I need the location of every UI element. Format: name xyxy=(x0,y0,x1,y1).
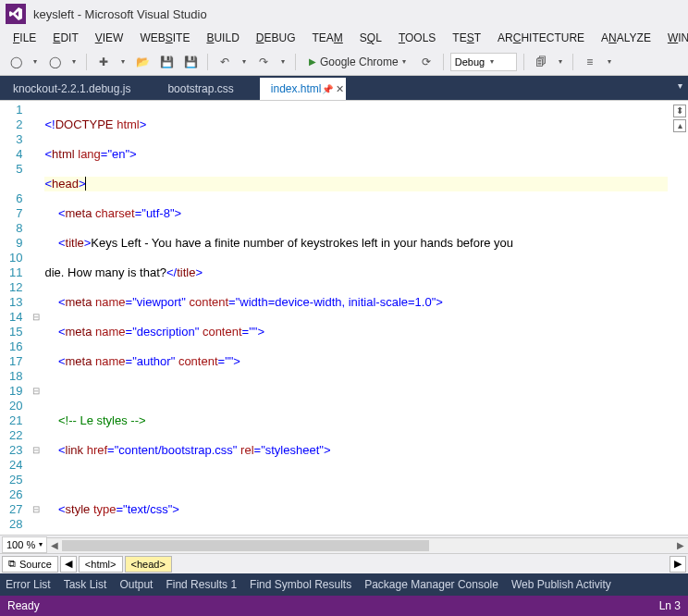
redo-dd[interactable]: ▾ xyxy=(277,57,289,66)
nav-back-dd[interactable]: ▾ xyxy=(30,57,41,66)
tab-web-publish[interactable]: Web Publish Activity xyxy=(511,578,611,591)
menu-debug[interactable]: DEBUG xyxy=(249,30,303,46)
crumb-right-icon[interactable]: ▶ xyxy=(670,556,686,573)
browser-link-button[interactable]: ⟳ xyxy=(416,52,436,72)
comment-button[interactable]: ≡ xyxy=(580,52,600,72)
tab-error-list[interactable]: Error List xyxy=(6,578,51,591)
undo-button[interactable]: ↶ xyxy=(215,52,235,72)
crumb-html[interactable]: <html> xyxy=(79,556,123,573)
menu-sql[interactable]: SQL xyxy=(352,30,389,46)
tab-label: bootstrap.css xyxy=(167,82,233,95)
code-editor[interactable]: 1234567891011121314151617181920212223242… xyxy=(0,101,688,535)
tab-label: index.html xyxy=(271,82,322,95)
zoom-bar: 100 %▾ ◀ ▶ xyxy=(0,535,688,553)
find-in-files-button[interactable]: 🗐 xyxy=(531,52,551,72)
tab-index[interactable]: index.html📌✕ xyxy=(260,78,346,100)
open-file-button[interactable]: 📂 xyxy=(132,52,153,72)
menu-view[interactable]: VIEW xyxy=(88,30,131,46)
source-view-button[interactable]: ⧉Source xyxy=(2,556,58,573)
tab-label: knockout-2.2.1.debug.js xyxy=(13,82,130,95)
tab-bootstrap[interactable]: bootstrap.css xyxy=(156,78,257,100)
tabs-overflow[interactable]: ▾ xyxy=(678,80,682,91)
start-debug-button[interactable]: ▶ Google Chrome ▾ xyxy=(302,52,412,72)
menu-team[interactable]: TEAM xyxy=(304,30,350,46)
zoom-select[interactable]: 100 %▾ xyxy=(2,536,47,553)
nav-fwd-dd[interactable]: ▾ xyxy=(68,57,80,66)
crumb-head[interactable]: <head> xyxy=(125,556,172,573)
chevron-down-icon: ▾ xyxy=(490,57,494,66)
run-target-label: Google Chrome xyxy=(320,55,399,68)
status-ready: Ready xyxy=(7,599,40,612)
pin-icon[interactable]: 📌 xyxy=(322,84,333,94)
crumb-label: <html> xyxy=(85,559,117,570)
config-label: Debug xyxy=(455,56,485,68)
title-bar: keysleft - Microsoft Visual Studio xyxy=(0,0,688,28)
save-all-button[interactable]: 💾 xyxy=(180,52,201,72)
status-line: Ln 3 xyxy=(659,599,681,612)
menu-file[interactable]: FILE xyxy=(6,30,43,46)
menu-website[interactable]: WEBSITE xyxy=(132,30,197,46)
crumb-left-icon[interactable]: ◀ xyxy=(60,556,77,573)
crumb-label: <head> xyxy=(131,559,166,570)
save-button[interactable]: 💾 xyxy=(156,52,177,72)
h-scrollbar[interactable] xyxy=(62,538,673,552)
bottom-tool-tabs: Error List Task List Output Find Results… xyxy=(0,573,688,596)
play-icon: ▶ xyxy=(309,56,316,67)
menu-bar: FILE EDIT VIEW WEBSITE BUILD DEBUG TEAM … xyxy=(0,28,688,48)
new-project-dd[interactable]: ▾ xyxy=(117,57,129,66)
status-bar: Ready Ln 3 xyxy=(0,596,688,616)
tab-task-list[interactable]: Task List xyxy=(64,578,107,591)
nav-forward-button[interactable]: ◯ xyxy=(44,52,65,72)
menu-analyze[interactable]: ANALYZE xyxy=(594,30,658,46)
zoom-value: 100 % xyxy=(6,539,35,550)
side-gutter: ⬍ ▴ xyxy=(671,101,688,535)
menu-build[interactable]: BUILD xyxy=(199,30,246,46)
toolbar: ◯▾ ◯▾ ✚▾ 📂 💾 💾 ↶▾ ↷▾ ▶ Google Chrome ▾ ⟳… xyxy=(0,48,688,76)
vs-logo-icon xyxy=(6,4,26,24)
tab-find-symbol[interactable]: Find Symbol Results xyxy=(250,578,351,591)
config-select[interactable]: Debug ▾ xyxy=(450,53,517,71)
comment-dd[interactable]: ▾ xyxy=(604,57,615,66)
editor-area: 1234567891011121314151617181920212223242… xyxy=(0,100,688,573)
menu-window[interactable]: WINDOW xyxy=(660,30,688,46)
tab-output[interactable]: Output xyxy=(119,578,153,591)
scroll-up-icon[interactable]: ▴ xyxy=(673,119,686,132)
breadcrumb-bar: ⧉Source ◀ <html> <head> ▶ xyxy=(0,553,688,573)
nav-back-button[interactable]: ◯ xyxy=(6,52,26,72)
menu-edit[interactable]: EDIT xyxy=(45,30,85,46)
undo-dd[interactable]: ▾ xyxy=(239,57,250,66)
scroll-left-icon[interactable]: ◀ xyxy=(47,538,62,552)
source-label: Source xyxy=(19,559,52,570)
redo-button[interactable]: ↷ xyxy=(253,52,274,72)
split-icon[interactable]: ⬍ xyxy=(673,105,686,117)
tab-knockout[interactable]: knockout-2.2.1.debug.js xyxy=(2,78,154,100)
window-title: keysleft - Microsoft Visual Studio xyxy=(33,7,207,21)
code-folding-gutter[interactable]: ⊟⊟⊟⊟ xyxy=(30,101,43,535)
menu-architecture[interactable]: ARCHITECTURE xyxy=(490,30,592,46)
find-dd[interactable]: ▾ xyxy=(555,57,566,66)
tab-pkg-console[interactable]: Package Manager Console xyxy=(364,578,498,591)
code-text[interactable]: <!DOCTYPE html> <html lang="en"> <head> … xyxy=(43,101,671,535)
line-number-gutter: 1234567891011121314151617181920212223242… xyxy=(0,101,30,535)
document-tabs: knockout-2.2.1.debug.js bootstrap.css in… xyxy=(0,76,688,100)
tab-find-results[interactable]: Find Results 1 xyxy=(166,578,237,591)
close-icon[interactable]: ✕ xyxy=(336,83,344,95)
scroll-right-icon[interactable]: ▶ xyxy=(673,538,688,552)
menu-tools[interactable]: TOOLS xyxy=(391,30,443,46)
menu-test[interactable]: TEST xyxy=(445,30,488,46)
new-project-button[interactable]: ✚ xyxy=(93,52,114,72)
